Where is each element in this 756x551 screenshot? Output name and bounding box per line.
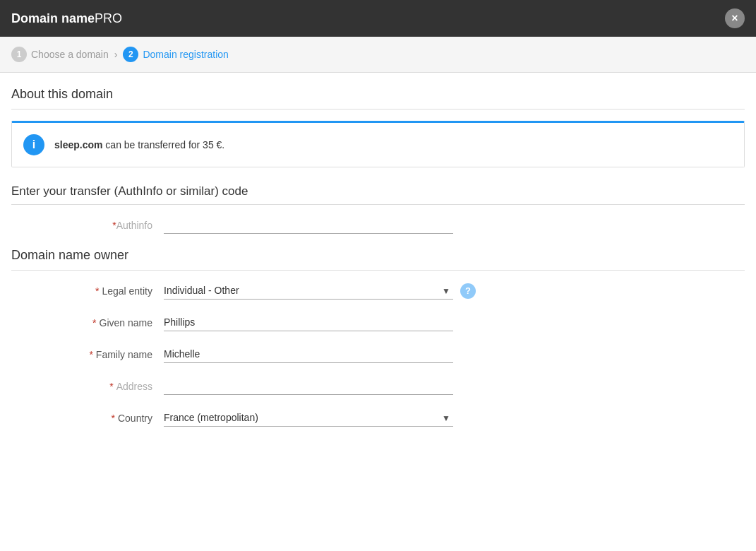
app-title-main: Domain name [11,11,95,25]
country-select[interactable]: France (metropolitan) United States Germ… [164,409,453,427]
country-wrapper: France (metropolitan) United States Germ… [164,409,453,427]
step-2-label: Domain registration [143,49,228,60]
domain-name: sleep.com [54,139,102,150]
app-title: Domain namePRO [11,11,122,26]
given-name-label: *Given name [68,317,152,328]
authinfo-label-text: Authinfo [116,220,152,231]
address-input[interactable] [164,377,453,395]
step-1-label: Choose a domain [31,49,109,60]
about-domain-title: About this domain [11,87,745,102]
title-bar: Domain namePRO × [0,0,756,37]
info-box: i sleep.com can be transferred for 35 €. [11,121,745,167]
country-label: *Country [68,413,152,424]
legal-entity-required: * [95,285,99,297]
country-row: *Country France (metropolitan) United St… [11,409,745,427]
authinfo-row: *Authinfo [11,216,745,234]
legal-entity-help-icon[interactable]: ? [460,283,476,299]
legal-entity-label: *Legal entity [68,285,152,297]
given-name-required: * [92,317,96,328]
given-name-label-text: Given name [100,317,152,328]
country-label-text: Country [118,413,152,424]
legal-entity-label-text: Legal entity [102,285,152,297]
transfer-code-title: Enter your transfer (AuthInfo or similar… [11,184,745,199]
legal-entity-row: *Legal entity Individual - Other Company… [11,282,745,300]
step-1-number: 1 [11,47,27,62]
info-box-message: can be transferred for 35 €. [102,139,224,150]
authinfo-label: *Authinfo [68,220,152,231]
breadcrumb-arrow: › [114,49,118,60]
family-name-label: *Family name [68,349,152,360]
family-name-row: *Family name [11,345,745,363]
main-window: Domain namePRO × 1 Choose a domain › 2 D… [0,0,756,551]
domain-owner-divider [11,270,745,271]
content: About this domain i sleep.com can be tra… [0,73,756,551]
breadcrumb: 1 Choose a domain › 2 Domain registratio… [0,37,756,73]
family-name-label-text: Family name [96,349,152,360]
legal-entity-select[interactable]: Individual - Other Company Association P… [164,282,453,300]
domain-owner-title: Domain name owner [11,248,745,263]
about-domain-divider [11,109,745,109]
step-2-number: 2 [123,47,138,62]
breadcrumb-step-2: 2 Domain registration [123,47,228,62]
given-name-input[interactable] [164,314,453,331]
transfer-divider [11,204,745,205]
close-button[interactable]: × [725,8,745,28]
address-label-text: Address [116,381,152,392]
address-required: * [109,381,113,392]
given-name-row: *Given name [11,314,745,331]
family-name-required: * [89,349,92,360]
info-box-text: sleep.com can be transferred for 35 €. [54,139,224,150]
info-icon: i [23,134,44,155]
address-row: *Address [11,377,745,395]
breadcrumb-step-1: 1 Choose a domain [11,47,109,62]
authinfo-input[interactable] [164,216,453,234]
country-required: * [112,413,115,424]
app-title-accent: PRO [95,11,122,25]
family-name-input[interactable] [164,345,453,363]
legal-entity-wrapper: Individual - Other Company Association P… [164,282,453,300]
address-label: *Address [68,381,152,392]
